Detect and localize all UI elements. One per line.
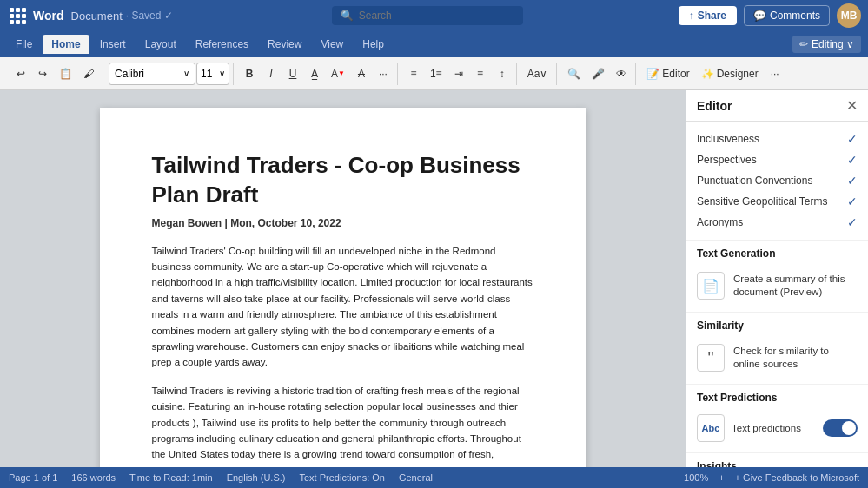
more-toolbar-button[interactable]: ··· [765, 63, 785, 85]
toolbar-editor-group: 📝 Editor ✨ Designer ··· [638, 63, 788, 85]
font-size-select[interactable]: 11 ∨ [196, 63, 229, 85]
more-format-button[interactable]: ··· [373, 63, 394, 85]
document-paragraph-2[interactable]: Tailwind Traders is reviving a historic … [152, 383, 534, 467]
designer-toolbar-button[interactable]: ✨ Designer [696, 63, 764, 85]
tab-references[interactable]: References [187, 35, 257, 54]
text-predictions-title: Text Predictions [697, 392, 858, 404]
search-input[interactable] [359, 10, 507, 22]
align-button[interactable]: ≡ [470, 63, 491, 85]
status-bar: Page 1 of 1 166 words Time to Read: 1min… [0, 467, 868, 488]
font-family-select[interactable]: Calibri ∨ [109, 63, 195, 85]
summary-feature[interactable]: 📄 Create a summary of this document (Pre… [697, 267, 858, 305]
similarity-label: Check for similarity to online sources [733, 345, 858, 371]
toolbar-find-group: 🔍 🎤 👁 [559, 63, 636, 85]
check-perspectives[interactable]: Perspectives ✓ [697, 149, 858, 170]
font-color-button[interactable]: A▼ [326, 63, 350, 85]
undo-button[interactable]: ↩ [10, 63, 31, 85]
tab-review[interactable]: Review [259, 35, 310, 54]
zoom-minus[interactable]: − [668, 472, 673, 483]
clipboard-button[interactable]: 📋 [54, 63, 77, 85]
insights-section: Insights 📊 Document stats [686, 453, 868, 467]
check-punctuation[interactable]: Punctuation Conventions ✓ [697, 170, 858, 191]
document-area[interactable]: Tailwind Traders - Co-op Business Plan D… [0, 90, 686, 467]
toggle-knob [842, 421, 856, 435]
font-size-chevron: ∨ [219, 69, 225, 78]
tab-insert[interactable]: Insert [91, 35, 135, 54]
search-box[interactable]: 🔍 [332, 6, 523, 25]
check-icon-geopolitical: ✓ [847, 195, 858, 208]
text-predictions-toggle-row: Abc Text predictions [697, 411, 858, 445]
check-geopolitical[interactable]: Sensitive Geopolitical Terms ✓ [697, 191, 858, 212]
dictate-button[interactable]: 🎤 [586, 63, 610, 85]
tab-home[interactable]: Home [43, 35, 89, 54]
line-spacing-button[interactable]: ↕ [492, 63, 513, 85]
waffle-icon[interactable] [7, 5, 28, 26]
status-textpredictions: Text Predictions: On [299, 472, 384, 483]
doc-name: Document [71, 10, 123, 23]
check-icon-perspectives: ✓ [847, 153, 858, 167]
document-paragraph-1[interactable]: Tailwind Traders' Co-op building will fi… [152, 243, 534, 371]
zoom-level: 100% [684, 472, 708, 483]
document-author: Megan Bowen | Mon, October 10, 2022 [152, 217, 534, 229]
indent-button[interactable]: ⇥ [448, 63, 469, 85]
view-options-button[interactable]: 👁 [611, 63, 632, 85]
feedback-link[interactable]: + Give Feedback to Microsoft [735, 472, 859, 483]
toolbar: ↩ ↪ 📋 🖌 Calibri ∨ 11 ∨ B I U A̲ A▼ A ···… [0, 57, 868, 90]
format-painter-button[interactable]: 🖌 [78, 63, 99, 85]
status-focus: General [399, 472, 433, 483]
tab-view[interactable]: View [312, 35, 352, 54]
numbering-button[interactable]: 1≡ [425, 63, 447, 85]
highlight-button[interactable]: A̲ [304, 63, 325, 85]
editing-button[interactable]: ✏ Editing ∨ [792, 36, 861, 53]
designer-icon: ✨ [701, 68, 714, 80]
text-generation-title: Text Generation [697, 247, 858, 260]
editor-icon: 📝 [646, 68, 659, 80]
check-icon-inclusiveness: ✓ [847, 132, 858, 146]
status-readtime: Time to Read: 1min [129, 472, 213, 483]
similarity-title: Similarity [697, 320, 858, 332]
similarity-section: Similarity " Check for similarity to onl… [686, 313, 868, 385]
check-icon-acronyms: ✓ [847, 215, 858, 229]
bold-button[interactable]: B [239, 63, 260, 85]
editor-panel: Editor ✕ Inclusiveness ✓ Perspectives ✓ … [686, 90, 868, 467]
similarity-feature[interactable]: " Check for similarity to online sources [697, 339, 858, 377]
zoom-plus[interactable]: + [719, 472, 724, 483]
tab-layout[interactable]: Layout [136, 35, 185, 54]
status-page: Page 1 of 1 [9, 472, 57, 483]
comments-icon: 💬 [753, 10, 766, 22]
check-inclusiveness[interactable]: Inclusiveness ✓ [697, 129, 858, 149]
find-button[interactable]: 🔍 [562, 63, 586, 85]
summary-label: Create a summary of this document (Previ… [733, 273, 858, 299]
editor-toolbar-button[interactable]: 📝 Editor [641, 63, 694, 85]
toolbar-styles-group: Aa∨ [519, 63, 558, 85]
redo-button[interactable]: ↪ [32, 63, 53, 85]
text-predictions-toggle[interactable] [823, 419, 858, 437]
check-acronyms[interactable]: Acronyms ✓ [697, 212, 858, 233]
strikethrough-button[interactable]: A [351, 63, 372, 85]
tab-help[interactable]: Help [354, 35, 393, 54]
check-icon-punctuation: ✓ [847, 174, 858, 188]
bullets-button[interactable]: ≡ [403, 63, 424, 85]
share-button[interactable]: ↑ Share [679, 6, 737, 25]
status-language: English (U.S.) [227, 472, 286, 483]
comments-button[interactable]: 💬 Comments [744, 5, 830, 26]
underline-button[interactable]: U [282, 63, 303, 85]
document-page: Tailwind Traders - Co-op Business Plan D… [100, 108, 586, 467]
title-bar: Word Document · Saved ✓ 🔍 ↑ Share 💬 Comm… [0, 0, 868, 31]
tab-file[interactable]: File [7, 35, 41, 54]
italic-button[interactable]: I [261, 63, 282, 85]
editing-icon: ✏ [799, 38, 808, 50]
styles-button[interactable]: Aa∨ [522, 63, 553, 85]
editor-panel-title: Editor [697, 99, 732, 113]
editor-checks-section: Inclusiveness ✓ Perspectives ✓ Punctuati… [686, 122, 868, 241]
toolbar-font-group: Calibri ∨ 11 ∨ [105, 63, 234, 85]
toolbar-format-group: B I U A̲ A▼ A ··· [235, 63, 398, 85]
main-content: Tailwind Traders - Co-op Business Plan D… [0, 90, 868, 467]
status-right: − 100% + + Give Feedback to Microsoft [668, 472, 859, 483]
editor-close-button[interactable]: ✕ [846, 97, 858, 114]
summary-icon: 📄 [697, 272, 725, 300]
avatar[interactable]: MB [837, 3, 861, 28]
text-generation-section: Text Generation 📄 Create a summary of th… [686, 241, 868, 313]
text-predictions-section: Text Predictions Abc Text predictions [686, 385, 868, 453]
status-words: 166 words [71, 472, 116, 483]
